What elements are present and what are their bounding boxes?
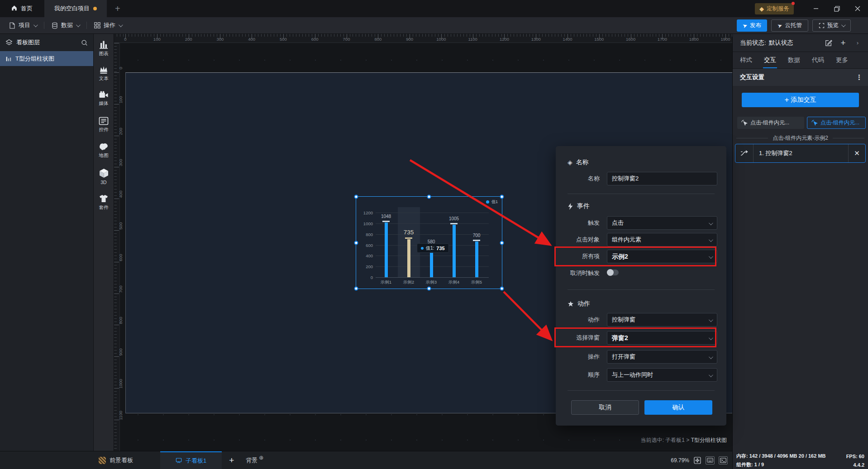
project-tab-label: 我的空白项目 (54, 5, 90, 13)
bar-cap[interactable] (382, 221, 390, 222)
layer-item-chart[interactable]: T型分组柱状图 (0, 51, 93, 66)
gridline (376, 213, 489, 213)
h-ruler-label: 1000 (436, 37, 446, 42)
tab-style[interactable]: 样式 (740, 52, 752, 68)
menu-operate-label: 操作 (104, 21, 115, 29)
name-input[interactable]: 控制弹窗2 (607, 172, 717, 185)
publish-button[interactable]: ➤发布 (737, 19, 767, 32)
trigger-select[interactable]: 点击 (607, 216, 717, 230)
cancel-trigger-toggle[interactable] (607, 270, 619, 275)
foreground-board-tab[interactable]: 前景看板 (90, 451, 142, 469)
subboard-tab-active[interactable]: 子看板1 (160, 451, 222, 469)
resize-handle-n[interactable] (427, 195, 431, 199)
preview-button[interactable]: 预览 (812, 19, 851, 32)
action-item-row[interactable]: 1. 控制弹窗2 ✕ (735, 144, 866, 163)
tab-interaction[interactable]: 交互 (764, 52, 776, 68)
keyboard-shortcuts-icon[interactable] (706, 456, 715, 464)
asset-label: 媒体 (99, 100, 109, 107)
tab-data[interactable]: 数据 (788, 52, 800, 68)
asset-category-3D[interactable]: 3D (94, 163, 114, 189)
bar-示例5[interactable] (475, 242, 478, 277)
y-axis-label: 800 (356, 232, 373, 237)
add-board-button[interactable]: + (222, 455, 241, 465)
bar-chart-icon (5, 56, 12, 62)
new-tab-button[interactable]: + (107, 0, 129, 17)
cancel-button[interactable]: 取消 (571, 400, 639, 415)
bar-示例4[interactable] (453, 225, 456, 277)
chart-plot: 0200400600800100012001048示例1735示例2580示例3… (356, 197, 502, 289)
dialog-section-name: ◈ 名称 (568, 158, 589, 167)
home-tab[interactable]: 首页 (0, 0, 44, 17)
asset-category-地图[interactable]: 地图 (94, 137, 114, 163)
add-interaction-button[interactable]: + 添加交互 (742, 93, 859, 107)
circle-plus-icon: ⊕ (259, 455, 263, 461)
resize-handle-nw[interactable] (354, 195, 358, 199)
resize-handle-se[interactable] (500, 287, 504, 291)
minimize-button[interactable] (806, 0, 826, 17)
asset-category-控件[interactable]: 控件 (94, 111, 114, 137)
search-icon[interactable] (81, 39, 88, 46)
interaction-chip-1[interactable]: 点击-组件内元... (737, 117, 804, 129)
layer-item-label: T型分组柱状图 (15, 55, 54, 63)
edit-icon[interactable] (823, 37, 835, 49)
close-button[interactable] (847, 0, 868, 17)
gridline (376, 277, 489, 278)
click-target-select[interactable]: 组件内元素 (607, 233, 717, 246)
operation-select[interactable]: 打开弹窗 (607, 350, 717, 364)
chart-component[interactable]: 值1 0200400600800100012001048示例1735示例2580… (356, 197, 502, 289)
add-state-icon[interactable]: + (837, 37, 849, 49)
collapse-panel-icon[interactable]: › (852, 37, 863, 49)
asset-category-图表[interactable]: 图表 (94, 34, 114, 60)
v-ruler-label: 1100 (118, 408, 123, 422)
asset-category-文本[interactable]: 文本 (94, 60, 114, 85)
bar-cap[interactable] (405, 237, 412, 239)
diamond-icon: ◆ (759, 5, 764, 12)
background-tab[interactable]: 背景 ⊕ (241, 456, 268, 464)
asset-category-媒体[interactable]: 媒体 (94, 85, 114, 111)
bottom-bar: 前景看板 子看板1 + 背景 ⊕ 69.79% (0, 451, 732, 469)
action-select[interactable]: 控制弹窗 (607, 313, 717, 327)
h-ruler-label: 500 (280, 37, 287, 42)
asset-label: 图表 (99, 51, 109, 57)
name-field-label: 名称 (556, 172, 600, 185)
menu-operate[interactable]: 操作 (87, 17, 129, 33)
project-tab[interactable]: 我的空白项目 (44, 0, 107, 17)
bar-value-label: 700 (463, 233, 490, 238)
custom-service-button[interactable]: ◆ 定制服务 (755, 3, 794, 14)
cloud-hosting-button[interactable]: ➤云托管 (771, 19, 808, 32)
click-cursor-icon (741, 120, 748, 126)
fit-screen-icon[interactable] (693, 456, 701, 464)
interaction-chip-2[interactable]: 点击-组件内元... (807, 117, 866, 129)
h-ruler-label: 1100 (468, 37, 477, 42)
bar-cap[interactable] (473, 240, 480, 241)
more-options-icon[interactable]: ⋮ (856, 73, 863, 81)
tab-more[interactable]: 更多 (836, 52, 848, 68)
trigger-label: 触发 (556, 216, 600, 230)
resize-handle-e[interactable] (500, 241, 504, 245)
menu-data[interactable]: 数据 (44, 17, 86, 33)
x-axis-label: 示例5 (463, 280, 490, 285)
asset-label: 控件 (99, 127, 109, 133)
bar-示例1[interactable] (385, 223, 388, 277)
resize-handle-w[interactable] (354, 241, 358, 245)
order-select[interactable]: 与上一动作同时 (607, 368, 717, 382)
preview-label: 预览 (827, 22, 839, 29)
tab-code[interactable]: 代码 (812, 52, 824, 68)
v-ruler-label: 800 (118, 314, 123, 327)
media-icon (99, 91, 109, 99)
menu-project[interactable]: 项目 (0, 17, 44, 33)
bar-示例2[interactable] (407, 239, 410, 277)
confirm-button[interactable]: 确认 (644, 400, 712, 415)
resize-handle-ne[interactable] (500, 195, 504, 199)
resize-handle-sw[interactable] (354, 287, 358, 291)
resize-handle-s[interactable] (427, 287, 431, 291)
asset-category-套件[interactable]: 套件 (94, 189, 114, 214)
remove-action-icon[interactable]: ✕ (848, 144, 865, 162)
maximize-button[interactable] (826, 0, 847, 17)
map-icon (99, 142, 109, 151)
asset-label: 文本 (99, 76, 109, 82)
bar-cap[interactable] (450, 223, 458, 224)
zoom-level[interactable]: 69.79% (671, 457, 689, 464)
bar-value-label: 735 (395, 229, 422, 236)
console-icon[interactable] (719, 456, 728, 464)
